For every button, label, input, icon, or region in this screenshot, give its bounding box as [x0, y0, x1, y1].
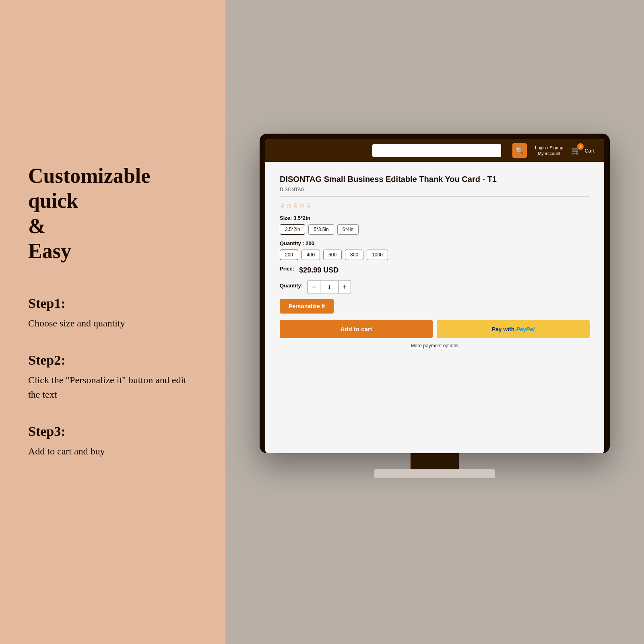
left-panel: Customizable quick & Easy Step1: Choose …	[0, 0, 225, 644]
price-value: $29.99 USD	[299, 266, 339, 275]
qty-minus-btn[interactable]: −	[308, 281, 320, 293]
search-icon[interactable]: 🔍	[512, 143, 527, 158]
qty-input[interactable]	[320, 281, 338, 293]
step3-heading: Step3:	[28, 424, 197, 439]
size-option-2[interactable]: 5*3.5in	[308, 224, 334, 235]
price-section: Price: $29.99 USD	[280, 266, 590, 275]
step2-section: Step2: Click the "Personalize it" button…	[28, 353, 197, 402]
price-label: Price:	[280, 266, 294, 272]
qty-options: 200 400 600 800 1000	[280, 250, 590, 260]
cart-icon: 🛒 0	[571, 146, 581, 155]
qty-option-600[interactable]: 600	[323, 250, 342, 260]
paypal-brand-text: PayPal	[516, 326, 535, 332]
more-payment-options[interactable]: More payment options	[280, 343, 590, 349]
monitor-base	[374, 469, 495, 478]
quantity-stepper: − +	[308, 281, 351, 293]
qty-option-200[interactable]: 200	[280, 250, 298, 260]
qty-option-400[interactable]: 400	[301, 250, 320, 260]
step1-desc: Choose size and quantity	[28, 316, 197, 330]
step2-heading: Step2:	[28, 353, 197, 368]
paypal-prefix: Pay with	[492, 326, 515, 332]
step3-desc: Add to cart and buy	[28, 444, 197, 458]
main-title: Customizable quick & Easy	[28, 163, 197, 264]
paypal-button[interactable]: Pay with PayPal	[437, 320, 590, 338]
qty-option-1000[interactable]: 1000	[367, 250, 388, 260]
monitor-wrapper: 🔍 Login / Signup My account 🛒 0 Cart	[260, 134, 610, 478]
product-brand: DISONTAG	[280, 187, 590, 192]
qty-plus-btn[interactable]: +	[338, 281, 351, 293]
size-section: Size: 3.5*2in 3.5*2in 5*3.5in 6*4in	[280, 215, 590, 235]
right-panel: 🔍 Login / Signup My account 🛒 0 Cart	[225, 0, 644, 644]
quantity-section: Quantity: − +	[280, 281, 590, 293]
product-page: DISONTAG Small Business Editable Thank Y…	[265, 162, 604, 453]
quantity-label: Quantity:	[280, 283, 303, 289]
step2-desc: Click the "Personalize it" button and ed…	[28, 373, 197, 402]
personalize-button[interactable]: Personalize It	[280, 299, 334, 314]
size-label: Size: 3.5*2in	[280, 215, 590, 221]
size-options: 3.5*2in 5*3.5in 6*4in	[280, 224, 590, 235]
qty-label: Quantity : 200	[280, 240, 590, 246]
qty-section: Quantity : 200 200 400 600 800 1000	[280, 240, 590, 260]
search-bar[interactable]	[372, 144, 501, 157]
action-buttons: Add to cart Pay with PayPal	[280, 320, 590, 338]
browser-nav: 🔍 Login / Signup My account 🛒 0 Cart	[265, 139, 604, 162]
size-option-1[interactable]: 3.5*2in	[280, 224, 305, 235]
step3-section: Step3: Add to cart and buy	[28, 424, 197, 458]
add-to-cart-button[interactable]: Add to cart	[280, 320, 433, 338]
qty-option-800[interactable]: 800	[345, 250, 363, 260]
divider	[280, 196, 590, 197]
step1-section: Step1: Choose size and quantity	[28, 296, 197, 330]
product-title: DISONTAG Small Business Editable Thank Y…	[280, 174, 590, 184]
monitor-frame: 🔍 Login / Signup My account 🛒 0 Cart	[260, 134, 610, 453]
step1-heading: Step1:	[28, 296, 197, 311]
nav-cart[interactable]: 🛒 0 Cart	[571, 146, 594, 155]
nav-account[interactable]: Login / Signup My account	[535, 145, 563, 157]
cart-badge: 0	[577, 143, 584, 150]
size-option-3[interactable]: 6*4in	[337, 224, 359, 235]
monitor-screen: 🔍 Login / Signup My account 🛒 0 Cart	[265, 139, 604, 453]
monitor-stand-neck	[411, 453, 459, 469]
star-rating[interactable]: ☆☆☆☆☆	[280, 202, 590, 209]
